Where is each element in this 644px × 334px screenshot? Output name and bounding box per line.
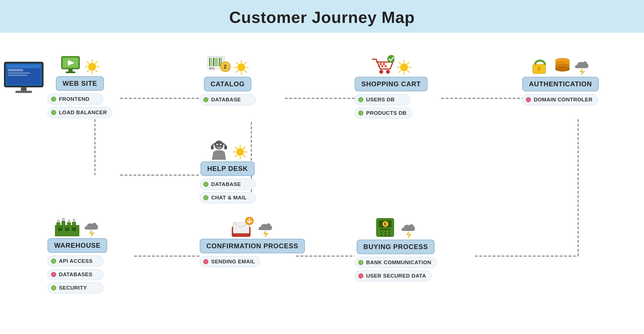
svg-rect-72	[538, 68, 540, 71]
dot-bank	[358, 260, 363, 265]
svg-point-123	[388, 234, 390, 236]
svg-point-83	[220, 144, 221, 145]
svg-rect-85	[224, 145, 227, 149]
node-catalog: 801 2 CATALOG DATABASE	[200, 55, 256, 105]
catalog-title: CATALOG	[204, 77, 251, 91]
svg-rect-18	[15, 91, 32, 93]
svg-rect-22	[68, 69, 73, 72]
svg-text:2: 2	[224, 64, 226, 70]
dot-domain	[526, 97, 531, 102]
svg-point-118	[381, 232, 382, 233]
shopping-cart-icon	[371, 55, 394, 75]
lock-icon	[529, 55, 552, 75]
dot-warehouse-db	[51, 272, 56, 277]
svg-rect-36	[213, 58, 214, 66]
cart-item-productsdb: PRODUCTS DB	[355, 108, 412, 119]
helpdesk-item-database: DATABASE	[200, 179, 256, 190]
helpdesk-items: DATABASE CHAT & MAIL	[200, 179, 256, 203]
warehouse-items: API ACCESS DATABASES SECURITY	[47, 256, 107, 294]
svg-rect-13	[7, 65, 40, 68]
svg-line-67	[407, 71, 409, 72]
svg-text:801: 801	[209, 67, 215, 70]
sun-icon-cart	[397, 60, 412, 75]
svg-point-24	[88, 63, 96, 71]
confirmation-item-email: SENDING EMAIL	[200, 256, 260, 267]
svg-line-93	[244, 147, 245, 149]
svg-point-106	[73, 219, 75, 221]
svg-rect-84	[211, 145, 214, 149]
warehouse-icon-row	[54, 217, 101, 237]
page-header: Customer Journey Map	[0, 0, 644, 33]
svg-point-55	[378, 65, 380, 67]
warehouse-title: WAREHOUSE	[47, 238, 107, 253]
svg-line-32	[87, 70, 89, 72]
warehouse-icon	[54, 217, 80, 237]
svg-rect-98	[67, 223, 71, 227]
cart-title: SHOPPING CART	[355, 77, 428, 91]
svg-line-68	[407, 62, 409, 64]
buying-items: BANK COMMUNICATION USER SECURED DATA	[355, 257, 437, 281]
confirmation-items: SENDING EMAIL	[200, 256, 305, 267]
dot-sending-email	[203, 259, 208, 264]
svg-point-103	[57, 220, 60, 222]
svg-point-120	[388, 232, 390, 233]
svg-line-92	[244, 155, 245, 157]
helpdesk-item-chatmail: CHAT & MAIL	[200, 192, 256, 203]
website-items: FRONTEND LOAD BALANCER	[47, 94, 112, 118]
computer-monitor	[3, 61, 45, 98]
auth-icon-row	[529, 55, 591, 75]
svg-marker-124	[407, 232, 411, 238]
svg-point-104	[62, 218, 65, 221]
warehouse-item-api: API ACCESS	[47, 256, 103, 267]
dot-usersdb	[358, 97, 363, 102]
buying-icon-row: $	[374, 217, 418, 238]
svg-point-86	[236, 148, 244, 156]
node-confirmation: CONFIRMATION PROCESS SENDING EMAIL	[200, 217, 305, 267]
warehouse-item-databases: DATABASES	[47, 269, 103, 280]
svg-line-50	[245, 71, 246, 72]
dot-catalog-db	[203, 97, 208, 102]
svg-rect-23	[66, 71, 75, 73]
svg-marker-107	[90, 230, 94, 237]
dot-api	[51, 259, 56, 264]
storm-icon-warehouse	[83, 218, 101, 237]
svg-rect-37	[216, 58, 216, 66]
svg-point-121	[381, 234, 382, 236]
svg-line-31	[96, 62, 97, 63]
dot-loadbalancer	[51, 110, 56, 115]
svg-rect-15	[8, 72, 30, 74]
node-warehouse: WAREHOUSE API ACCESS DATABASES SECURITY	[47, 217, 107, 294]
svg-point-57	[385, 65, 387, 67]
main-content: WEB SITE FRONTEND LOAD BALANCER	[0, 33, 644, 333]
svg-line-49	[236, 62, 238, 64]
sun-icon-catalog	[234, 60, 249, 75]
website-title: WEB SITE	[56, 76, 104, 91]
svg-point-79	[555, 67, 569, 71]
svg-line-69	[399, 71, 401, 72]
atm-icon: $	[374, 217, 397, 238]
cart-item-usersdb: USERS DB	[355, 94, 411, 105]
auth-title: AUTHENTICATION	[522, 77, 599, 91]
node-shopping-cart: SHOPPING CART USERS DB PRODUCTS DB	[355, 55, 428, 119]
svg-rect-97	[62, 221, 65, 227]
cart-icon-row	[371, 55, 412, 75]
svg-rect-102	[72, 228, 76, 231]
svg-point-56	[381, 65, 383, 67]
svg-rect-39	[219, 58, 220, 66]
helpdesk-title: HELP DESK	[201, 161, 255, 176]
svg-line-66	[399, 62, 401, 64]
helpdesk-icon	[207, 139, 230, 160]
svg-marker-112	[264, 231, 268, 237]
dot-userdata	[358, 273, 363, 278]
svg-rect-96	[57, 223, 60, 227]
svg-point-61	[400, 63, 408, 71]
svg-point-53	[379, 70, 383, 74]
svg-text:$: $	[384, 222, 386, 226]
stack-icon	[554, 55, 571, 75]
catalog-items: DATABASE	[200, 94, 256, 105]
catalog-icon-row: 801 2	[206, 55, 249, 75]
sun-icon-website	[85, 59, 100, 75]
node-helpdesk: HELP DESK DATABASE CHAT & MAIL	[200, 139, 256, 203]
svg-rect-17	[21, 87, 27, 91]
dot-security	[51, 285, 56, 290]
